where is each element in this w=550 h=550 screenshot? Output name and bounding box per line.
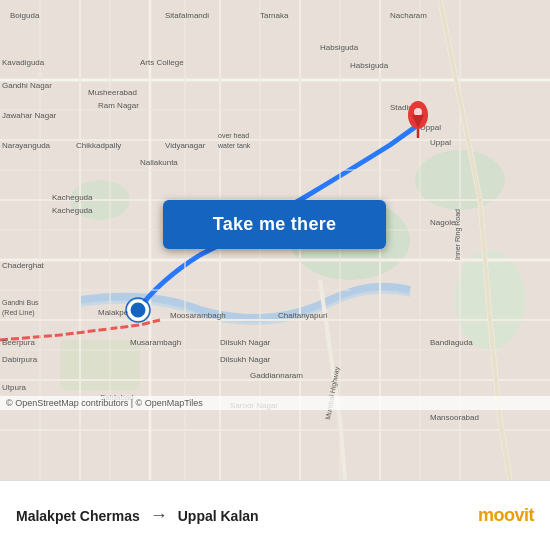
svg-point-76: [414, 108, 422, 116]
svg-text:over head: over head: [218, 132, 249, 139]
svg-text:Utpura: Utpura: [2, 383, 27, 392]
moovit-logo: moovit: [478, 505, 534, 526]
svg-text:Inner Ring Road: Inner Ring Road: [454, 209, 462, 260]
svg-text:Habsiguda: Habsiguda: [350, 61, 389, 70]
svg-text:Arts College: Arts College: [140, 58, 184, 67]
svg-text:Chaitanyapuri: Chaitanyapuri: [278, 311, 328, 320]
svg-text:Kacheguda: Kacheguda: [52, 206, 93, 215]
map-container: Boiguda Sitafalmandi Tarnaka Nacharam Ka…: [0, 0, 550, 480]
svg-rect-4: [60, 340, 140, 390]
svg-text:Sitafalmandi: Sitafalmandi: [165, 11, 209, 20]
destination-label: Uppal Kalan: [178, 508, 259, 524]
svg-text:water tank: water tank: [217, 142, 251, 149]
svg-text:Musheerabad: Musheerabad: [88, 88, 137, 97]
svg-text:Beerpura: Beerpura: [2, 338, 35, 347]
svg-text:Nagole: Nagole: [430, 218, 456, 227]
svg-text:Mansoorabad: Mansoorabad: [430, 413, 479, 422]
bottom-bar: Malakpet Chermas → Uppal Kalan moovit: [0, 480, 550, 550]
svg-text:Kacheguda: Kacheguda: [52, 193, 93, 202]
svg-text:Narayanguda: Narayanguda: [2, 141, 51, 150]
svg-text:Chaderghat: Chaderghat: [2, 261, 45, 270]
route-info: Malakpet Chermas → Uppal Kalan: [16, 505, 259, 526]
route-arrow-icon: →: [150, 505, 168, 526]
svg-text:Kavadiguda: Kavadiguda: [2, 58, 45, 67]
svg-point-73: [129, 301, 147, 319]
svg-text:Gaddiannaram: Gaddiannaram: [250, 371, 303, 380]
moovit-logo-text: moovit: [478, 505, 534, 526]
svg-text:Ram Nagar: Ram Nagar: [98, 101, 139, 110]
copyright-text: © OpenStreetMap contributors | © OpenMap…: [6, 398, 203, 408]
svg-text:(Red Line): (Red Line): [2, 309, 35, 317]
svg-text:Gandhi Nagar: Gandhi Nagar: [2, 81, 52, 90]
svg-text:Dilsukh Nagar: Dilsukh Nagar: [220, 338, 271, 347]
svg-text:Jawahar Nagar: Jawahar Nagar: [2, 111, 57, 120]
svg-text:Boiguda: Boiguda: [10, 11, 40, 20]
svg-text:Dilsukh Nagar: Dilsukh Nagar: [220, 355, 271, 364]
svg-text:Vidyanagar: Vidyanagar: [165, 141, 206, 150]
svg-text:Dabirpura: Dabirpura: [2, 355, 38, 364]
svg-text:Habsiguda: Habsiguda: [320, 43, 359, 52]
svg-text:Nacharam: Nacharam: [390, 11, 427, 20]
svg-text:Bandlaguda: Bandlaguda: [430, 338, 473, 347]
svg-text:Gandhi Bus: Gandhi Bus: [2, 299, 39, 306]
copyright-strip: © OpenStreetMap contributors | © OpenMap…: [0, 396, 550, 410]
svg-text:Uppal: Uppal: [430, 138, 451, 147]
svg-text:Nallakunta: Nallakunta: [140, 158, 178, 167]
take-me-there-label: Take me there: [213, 214, 337, 235]
take-me-there-button[interactable]: Take me there: [163, 200, 386, 249]
svg-text:Musarambagh: Musarambagh: [130, 338, 181, 347]
svg-text:Tarnaka: Tarnaka: [260, 11, 289, 20]
svg-text:Chikkadpally: Chikkadpally: [76, 141, 121, 150]
origin-label: Malakpet Chermas: [16, 508, 140, 524]
svg-text:Moosarambagh: Moosarambagh: [170, 311, 226, 320]
